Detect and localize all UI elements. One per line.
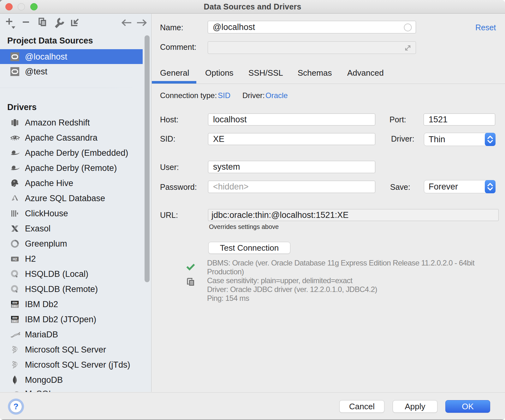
- svg-text:H2: H2: [13, 257, 17, 261]
- svg-text:IBM: IBM: [12, 316, 18, 319]
- svg-text:IBM: IBM: [12, 301, 18, 304]
- svg-text:DB2: DB2: [12, 320, 18, 323]
- svg-text:DB2: DB2: [12, 305, 18, 308]
